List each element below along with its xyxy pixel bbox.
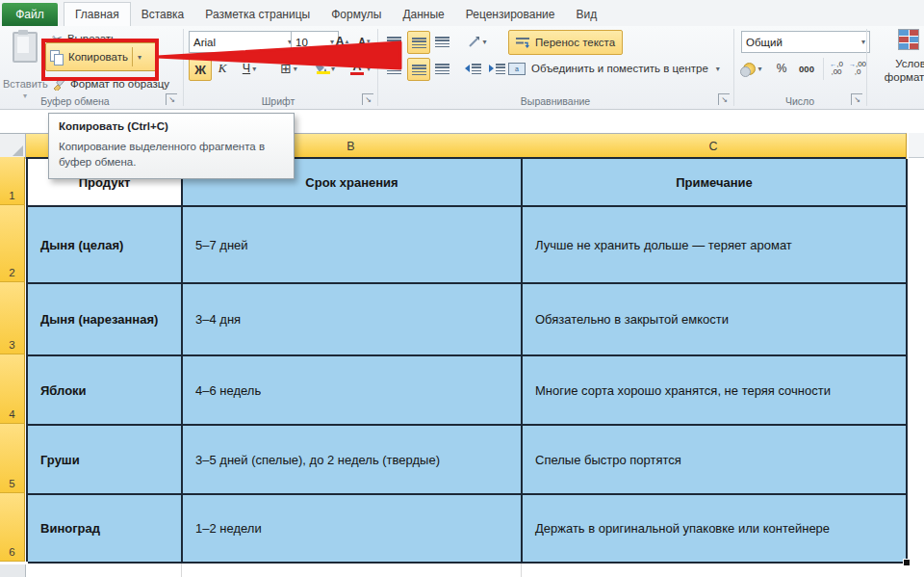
- conditional-formatting-icon: [898, 29, 919, 50]
- group-divider: [733, 29, 734, 106]
- align-bottom-icon: [435, 37, 449, 47]
- orientation-icon: [468, 36, 480, 48]
- decrease-indent-button[interactable]: [462, 58, 483, 79]
- row-number: 2: [9, 267, 14, 278]
- small-divider: [823, 58, 824, 80]
- tab-view[interactable]: Вид: [565, 3, 607, 26]
- cell-c6[interactable]: Держать в оригинальной упаковке или конт…: [523, 495, 908, 564]
- right-arrow-icon: [489, 65, 494, 72]
- cell-c5[interactable]: Спелые быстро портятся: [523, 426, 908, 495]
- orientation-button[interactable]: ▾: [462, 31, 493, 52]
- row-header-3[interactable]: 3: [0, 282, 25, 354]
- excel-window: Файл Главная Вставка Разметка страницы Ф…: [0, 0, 924, 577]
- font-dialog-launcher[interactable]: ↘: [362, 93, 373, 105]
- cell-a6[interactable]: Виноград: [28, 495, 183, 564]
- tooltip-title: Копировать (Ctrl+C): [59, 120, 284, 132]
- header-right-sliver: [909, 133, 924, 158]
- row-header-2[interactable]: 2: [0, 205, 25, 282]
- chevron-down-icon[interactable]: ▾: [482, 38, 486, 46]
- cell-a4[interactable]: Яблоки: [28, 356, 183, 426]
- merge-center-label: Объединить и поместить в центре: [531, 63, 708, 74]
- tab-home[interactable]: Главная: [64, 2, 131, 26]
- number-group-label: Число: [733, 95, 866, 107]
- cell-a2[interactable]: Дыня (целая): [28, 207, 183, 284]
- increase-indent-button[interactable]: [486, 58, 507, 79]
- increase-decimal-button[interactable]: ←,0,00: [827, 58, 846, 79]
- data-table: Продукт Срок хранения Примечание Дыня (ц…: [26, 157, 906, 562]
- thousands-button[interactable]: 000: [793, 58, 820, 79]
- row-header-4[interactable]: 4: [0, 354, 25, 424]
- cell-b3[interactable]: 3–4 дня: [183, 284, 523, 356]
- cell-c3[interactable]: Обязательно в закрытой емкости: [523, 284, 908, 356]
- cell-b6[interactable]: 1–2 недели: [183, 495, 523, 564]
- indent-lines-icon: [496, 64, 505, 74]
- selection-fill-handle[interactable]: [903, 559, 911, 566]
- merge-center-button[interactable]: a Объединить и поместить в центре ▾: [508, 58, 720, 79]
- align-right-button[interactable]: [431, 58, 452, 79]
- conditional-formatting-label-2: форматир: [885, 71, 924, 83]
- column-letter: B: [346, 140, 354, 153]
- chevron-down-icon[interactable]: ▾: [757, 65, 761, 73]
- group-divider: [866, 29, 867, 106]
- chevron-down-icon[interactable]: ▾: [716, 65, 720, 73]
- cell-c1[interactable]: Примечание: [523, 159, 908, 207]
- wrap-text-button[interactable]: Перенос текста: [508, 30, 623, 55]
- alignment-dialog-launcher[interactable]: ↘: [718, 93, 730, 105]
- font-group-label: Шрифт: [189, 95, 368, 107]
- column-letter: C: [708, 140, 717, 153]
- merge-center-icon: a: [508, 63, 526, 75]
- select-all-triangle-icon: [13, 145, 23, 156]
- wrap-text-icon: [516, 38, 529, 48]
- number-dialog-launcher[interactable]: ↘: [851, 93, 862, 105]
- copy-tooltip: Копировать (Ctrl+C) Копирование выделенн…: [48, 113, 295, 179]
- conditional-formatting-label-1: Услов: [895, 58, 924, 69]
- currency-icon: [743, 63, 756, 75]
- row-number: 5: [9, 478, 14, 489]
- row-header-6[interactable]: 6: [0, 493, 25, 562]
- indent-lines-icon: [472, 64, 481, 74]
- align-bottom-button[interactable]: [431, 31, 452, 52]
- row-header-7-partial[interactable]: [0, 564, 26, 577]
- tab-data[interactable]: Данные: [392, 3, 454, 26]
- cell-b2[interactable]: 5–7 дней: [183, 207, 523, 284]
- row-number: 4: [9, 408, 14, 420]
- row-header-1[interactable]: 1: [0, 157, 25, 205]
- cell-b5[interactable]: 3–5 дней (спелые), до 2 недель (твердые): [183, 426, 523, 495]
- cell-a5[interactable]: Груши: [28, 426, 183, 495]
- percent-button[interactable]: %: [772, 58, 791, 79]
- clipboard-dialog-launcher[interactable]: ↘: [166, 93, 177, 105]
- row-header-5[interactable]: 5: [0, 424, 25, 493]
- currency-button[interactable]: ▾: [737, 58, 768, 79]
- column-header-c[interactable]: C: [521, 133, 907, 159]
- ribbon-tab-bar: Файл Главная Вставка Разметка страницы Ф…: [0, 0, 924, 27]
- percent-label: %: [777, 62, 787, 75]
- clipboard-group-label: Буфер обмена: [8, 95, 142, 107]
- select-all-corner[interactable]: [0, 133, 26, 159]
- number-format-combo[interactable]: Общий ▾: [741, 31, 870, 53]
- tab-review[interactable]: Рецензирование: [455, 3, 566, 26]
- increase-decimal-icon: ←,0,00: [830, 61, 843, 76]
- chevron-down-icon[interactable]: ▾: [861, 38, 865, 46]
- tab-file[interactable]: Файл: [2, 3, 58, 26]
- row-number: 3: [9, 339, 14, 351]
- tooltip-body: Копирование выделенного фрагмента в буфе…: [59, 139, 278, 170]
- cell-a3[interactable]: Дыня (нарезанная): [28, 284, 183, 356]
- number-format-value: Общий: [746, 37, 783, 48]
- tab-page-layout[interactable]: Разметка страницы: [194, 3, 321, 26]
- tab-formulas[interactable]: Формулы: [321, 3, 392, 26]
- annotation-red-arrow: [0, 29, 414, 77]
- align-right-icon: [435, 64, 449, 74]
- cell-c2[interactable]: Лучше не хранить дольше — теряет аромат: [523, 207, 908, 284]
- gridline: [521, 564, 522, 577]
- left-arrow-icon: [465, 65, 470, 72]
- cell-b4[interactable]: 4–6 недель: [183, 356, 523, 426]
- wrap-text-label: Перенос текста: [535, 37, 615, 48]
- decrease-decimal-button[interactable]: →,00,0: [848, 58, 867, 79]
- row-number: 6: [9, 546, 14, 558]
- tab-insert[interactable]: Вставка: [131, 3, 195, 26]
- conditional-formatting-button[interactable]: Услов форматир: [872, 57, 924, 84]
- decrease-decimal-icon: →,00,0: [849, 61, 866, 76]
- thousands-label: 000: [799, 64, 814, 74]
- cell-c4[interactable]: Многие сорта хорошо хранятся, не теряя с…: [523, 356, 908, 426]
- gridline: [181, 564, 182, 577]
